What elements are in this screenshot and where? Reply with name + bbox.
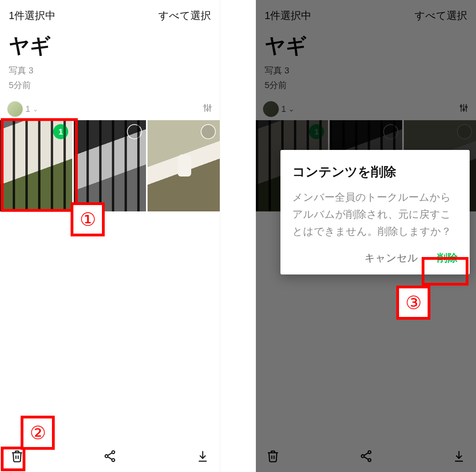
selection-status: 1件選択中 bbox=[9, 9, 56, 23]
photo-grid: 1 bbox=[0, 120, 220, 211]
screen-right: 1件選択中 すべて選択 ヤギ 写真 3 5分前 1 ⌄ 1 bbox=[256, 0, 476, 472]
dialog-title: コンテンツを削除 bbox=[292, 163, 458, 181]
dialog-body: メンバー全員のトークルームからアルバムが削除され、元に戻すことはできません。削除… bbox=[292, 189, 458, 240]
svg-point-4 bbox=[207, 109, 208, 110]
svg-point-5 bbox=[209, 106, 211, 107]
screen-left: 1件選択中 すべて選択 ヤギ 写真 3 5分前 1 ⌄ 1 bbox=[0, 0, 220, 472]
svg-point-3 bbox=[204, 105, 205, 107]
album-title: ヤギ bbox=[0, 23, 220, 63]
delete-button[interactable]: 削除 bbox=[437, 251, 458, 265]
screen-gap bbox=[220, 0, 256, 472]
member-filter[interactable]: 1 ⌄ bbox=[7, 101, 38, 117]
select-all-button[interactable]: すべて選択 bbox=[158, 9, 211, 23]
download-icon[interactable] bbox=[196, 449, 209, 466]
avatar bbox=[7, 101, 23, 117]
delete-dialog: コンテンツを削除 メンバー全員のトークルームからアルバムが削除され、元に戻すこと… bbox=[280, 150, 470, 274]
cancel-button[interactable]: キャンセル bbox=[365, 251, 418, 265]
svg-point-6 bbox=[112, 451, 115, 454]
photo-count: 写真 3 bbox=[0, 63, 220, 78]
time-ago: 5分前 bbox=[0, 78, 220, 92]
sliders-icon[interactable] bbox=[202, 103, 213, 116]
selection-badge: 1 bbox=[53, 124, 68, 139]
member-count: 1 bbox=[25, 104, 30, 114]
svg-point-7 bbox=[105, 455, 108, 457]
photo-thumb[interactable] bbox=[148, 120, 220, 211]
selection-ring bbox=[201, 124, 216, 139]
share-icon[interactable] bbox=[103, 449, 117, 466]
photo-thumb[interactable] bbox=[74, 120, 146, 211]
svg-point-8 bbox=[112, 459, 115, 461]
selection-ring bbox=[127, 124, 142, 139]
chevron-down-icon: ⌄ bbox=[33, 105, 38, 113]
svg-line-9 bbox=[108, 453, 112, 456]
svg-line-10 bbox=[108, 457, 112, 460]
photo-thumb[interactable]: 1 bbox=[0, 120, 72, 211]
trash-icon[interactable] bbox=[10, 449, 24, 466]
bottom-toolbar bbox=[0, 443, 220, 472]
